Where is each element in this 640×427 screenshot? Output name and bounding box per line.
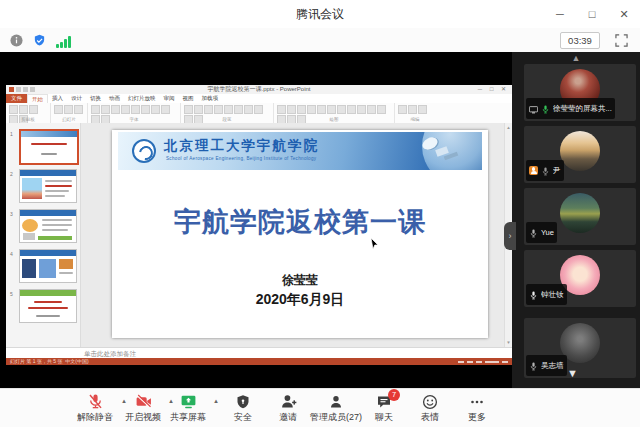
- ppt-window-controls: ─ □ ✕: [478, 85, 509, 94]
- ppt-tab-addins[interactable]: 加载项: [198, 94, 223, 103]
- ppt-tab-insert[interactable]: 插入: [48, 94, 67, 103]
- mic-icon: [529, 224, 538, 242]
- ribbon-group-clipboard: 剪贴板: [6, 103, 51, 123]
- thumb-number: 3: [10, 211, 13, 217]
- tencent-meeting-window: 腾讯会议 ─ □ ✕ 03:39 宇航学院返校第一课.pptx -: [0, 0, 640, 427]
- meeting-info-bar: 03:39: [0, 28, 640, 52]
- ppt-tab-file[interactable]: 文件: [6, 94, 27, 103]
- ppt-titlebar: 宇航学院返校第一课.pptx - PowerPoint ─ □ ✕: [6, 85, 512, 94]
- slide-thumbnail-1[interactable]: [19, 129, 79, 165]
- slide-thumbnail-3[interactable]: [19, 209, 77, 243]
- banner-title: 北京理工大学宇航学院: [164, 137, 319, 155]
- ppt-status-bar: 幻灯片 第 1 张，共 5 张 中文(中国): [6, 358, 512, 365]
- mic-icon: [529, 357, 538, 375]
- ppt-window-title: 宇航学院返校第一课.pptx - PowerPoint: [6, 85, 512, 94]
- ppt-view-zoom-controls[interactable]: [458, 361, 508, 363]
- slide-presenter: 徐莹莹: [112, 272, 488, 289]
- ribbon-group-font: 字体: [88, 103, 181, 123]
- fullscreen-icon[interactable]: [615, 33, 628, 51]
- scroll-down-icon[interactable]: ▼: [567, 367, 578, 379]
- host-badge-icon: [529, 166, 538, 175]
- mouse-cursor: [370, 236, 379, 254]
- more-button[interactable]: 更多: [447, 393, 507, 424]
- language-indicator: 中文(中国): [65, 358, 88, 364]
- ppt-ribbon: 剪贴板 幻灯片 字体 段落 绘图 编辑: [6, 103, 512, 124]
- ppt-tab-transitions[interactable]: 切换: [86, 94, 105, 103]
- mic-icon: [529, 286, 538, 304]
- minimize-button[interactable]: ─: [544, 0, 576, 28]
- avatar: [560, 193, 600, 233]
- meeting-info-icon[interactable]: [10, 33, 23, 51]
- participant-name: 徐莹莹的屏幕共...: [553, 104, 612, 114]
- network-signal-icon: [56, 36, 71, 48]
- close-button[interactable]: ✕: [608, 0, 640, 28]
- participant-name: 尹: [553, 166, 561, 176]
- share-screen-button[interactable]: 共享屏幕: [158, 393, 218, 424]
- thumb-number: 1: [10, 131, 13, 137]
- more-dots-icon: [447, 393, 507, 410]
- slide-counter: 幻灯片 第 1 张，共 5 张: [10, 358, 63, 364]
- ribbon-group-drawing: 绘图: [274, 103, 395, 123]
- meeting-timer: 03:39: [560, 32, 600, 49]
- slide-date: 2020年6月9日: [112, 291, 488, 309]
- mic-on-icon: [541, 100, 550, 118]
- ribbon-group-paragraph: 段落: [181, 103, 274, 123]
- banner-subtitle: School of Aerospace Engineering, Beijing…: [166, 156, 316, 161]
- thumb-number: 5: [10, 291, 13, 297]
- chat-unread-badge: 7: [388, 389, 400, 401]
- maximize-button[interactable]: □: [576, 0, 608, 28]
- screen-share-icon: [529, 100, 538, 118]
- scroll-up-icon[interactable]: ▲: [512, 53, 640, 63]
- ppt-slide-thumbnails: 1 2 3: [6, 123, 81, 347]
- sidebar-collapse-handle[interactable]: ›: [504, 222, 516, 250]
- avatar: [560, 131, 600, 171]
- participant-tile-screen-share[interactable]: 徐莹莹的屏幕共...: [524, 64, 636, 121]
- participant-tile[interactable]: 吴志墙: [524, 318, 636, 378]
- participant-tile[interactable]: 钟壮钕: [524, 250, 636, 307]
- university-logo: [132, 139, 156, 163]
- ppt-tab-slideshow[interactable]: 幻灯片放映: [124, 94, 160, 103]
- ppt-tab-animations[interactable]: 动画: [105, 94, 124, 103]
- ppt-tab-review[interactable]: 审阅: [160, 94, 179, 103]
- ribbon-group-slides: 幻灯片: [51, 103, 88, 123]
- ppt-tab-view[interactable]: 视图: [179, 94, 198, 103]
- shared-screen-powerpoint: 宇航学院返校第一课.pptx - PowerPoint ─ □ ✕ 文件 开始 …: [6, 85, 512, 365]
- share-screen-icon: [158, 393, 218, 410]
- security-shield-icon[interactable]: [33, 33, 46, 51]
- participant-name: Yue: [541, 228, 554, 237]
- slide-banner: 北京理工大学宇航学院 School of Aerospace Engineeri…: [118, 132, 482, 170]
- slide-title: 宇航学院返校第一课: [112, 204, 488, 240]
- thumb-number: 4: [10, 251, 13, 257]
- participant-name: 钟壮钕: [541, 290, 564, 300]
- ribbon-group-editing: 编辑: [395, 103, 435, 123]
- ppt-document-area: 1 2 3: [6, 123, 512, 347]
- ppt-tab-home[interactable]: 开始: [27, 94, 48, 103]
- slide-thumbnail-5[interactable]: [19, 289, 77, 323]
- thumb-number: 2: [10, 171, 13, 177]
- participant-tile[interactable]: 尹: [524, 126, 636, 183]
- slide-canvas: 北京理工大学宇航学院 School of Aerospace Engineeri…: [112, 130, 488, 338]
- slide-thumbnail-4[interactable]: [19, 249, 77, 283]
- participant-tile[interactable]: Yue: [524, 188, 636, 245]
- window-titlebar: 腾讯会议 ─ □ ✕: [0, 0, 640, 29]
- meeting-control-bar: 解除静音 ▴ 开启视频 ▴ 共享屏幕 ▴ 安全 邀请: [0, 388, 640, 427]
- ppt-tab-design[interactable]: 设计: [67, 94, 86, 103]
- slide-thumbnail-2[interactable]: [19, 169, 77, 203]
- mic-icon: [541, 162, 550, 180]
- participant-name: 吴志墙: [541, 361, 564, 371]
- participants-sidebar: ▲ 徐莹莹的屏幕共... 尹: [512, 52, 640, 388]
